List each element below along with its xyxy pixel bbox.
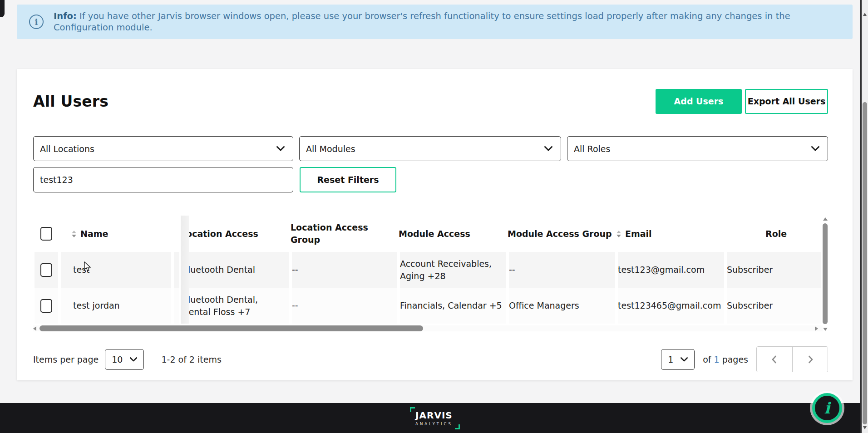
table-vertical-scrollbar[interactable] xyxy=(822,217,828,331)
role-filter-label: All Roles xyxy=(574,144,610,154)
page-card: All Users Add Users Export All Users All… xyxy=(17,69,853,380)
table-row[interactable]: test Bluetooth Dental -- Account Receiva… xyxy=(33,252,828,288)
main-scrollbar-thumb[interactable] xyxy=(863,102,867,424)
scroll-up-icon[interactable] xyxy=(863,13,867,16)
cell-email: test123465@gmail.com xyxy=(616,288,725,324)
chevron-down-icon xyxy=(681,357,688,362)
cell-name: test jordan xyxy=(59,288,173,324)
search-input[interactable] xyxy=(33,167,293,192)
chevron-down-icon xyxy=(811,146,819,151)
module-filter-select[interactable]: All Modules xyxy=(299,136,561,161)
banner-label: Info: xyxy=(54,11,77,21)
cell-location-access-group: -- xyxy=(291,252,399,288)
column-header-location-access-group: Location Access Group xyxy=(291,216,399,252)
users-table: Name Location Access Location Access Gro… xyxy=(33,216,828,331)
cell-location-access: Bluetooth Dental, Dental Floss +7 xyxy=(181,288,291,324)
pagination-bar: Items per page 10 1-2 of 2 items 1 of1pa… xyxy=(33,346,828,372)
page-title: All Users xyxy=(33,93,108,110)
chevron-right-icon xyxy=(805,354,816,365)
info-fab-button[interactable]: i xyxy=(812,393,842,423)
chevron-down-icon xyxy=(130,357,137,362)
scroll-down-icon[interactable] xyxy=(823,328,828,331)
scroll-right-icon[interactable] xyxy=(815,326,818,331)
select-all-checkbox[interactable] xyxy=(40,227,52,241)
banner-text: Info: If you have other Jarvis browser w… xyxy=(54,10,790,33)
row-checkbox[interactable] xyxy=(40,263,52,277)
pagination-range: 1-2 of 2 items xyxy=(161,354,221,364)
logo-bracket-icon xyxy=(455,424,460,429)
footer: JARVIS ANALYTICS xyxy=(0,403,868,433)
horizontal-scrollbar-thumb[interactable] xyxy=(39,325,423,331)
chevron-down-icon xyxy=(276,146,285,151)
column-header-name[interactable]: Name xyxy=(59,216,173,252)
chevron-down-icon xyxy=(544,146,552,151)
scroll-down-icon[interactable] xyxy=(863,426,867,429)
next-page-button[interactable] xyxy=(792,347,828,372)
top-left-notch xyxy=(0,0,5,17)
export-all-users-button[interactable]: Export All Users xyxy=(745,89,828,114)
cell-role: Subscriber xyxy=(725,288,823,324)
row-checkbox[interactable] xyxy=(40,299,52,313)
cell-module-access-group: -- xyxy=(508,252,616,288)
cell-location-access-group: -- xyxy=(291,288,399,324)
main-scrollbar[interactable] xyxy=(860,0,868,433)
info-banner: i Info: If you have other Jarvis browser… xyxy=(17,5,853,39)
horizontal-scrollbar[interactable] xyxy=(33,325,823,331)
items-per-page-select[interactable]: 10 xyxy=(105,349,144,370)
cell-email: test123@gmail.com xyxy=(616,252,725,288)
vertical-scrollbar-thumb[interactable] xyxy=(823,223,828,324)
cell-module-access: Account Receivables, Aging +28 xyxy=(399,252,508,288)
column-header-module-access: Module Access xyxy=(399,216,508,252)
column-header-module-access-group: Module Access Group xyxy=(508,216,616,252)
info-icon: i xyxy=(824,399,830,417)
sort-icon[interactable] xyxy=(616,231,621,237)
cell-module-access: Financials, Calendar +5 xyxy=(399,288,508,324)
module-filter-label: All Modules xyxy=(306,144,355,154)
cell-location-access: Bluetooth Dental xyxy=(181,252,291,288)
cell-module-access-group: Office Managers xyxy=(508,288,616,324)
role-filter-select[interactable]: All Roles xyxy=(567,136,828,161)
page-select[interactable]: 1 xyxy=(661,349,695,370)
chevron-left-icon xyxy=(769,354,780,365)
logo-bracket-icon xyxy=(410,407,415,412)
cell-role: Subscriber xyxy=(725,252,823,288)
info-icon: i xyxy=(29,15,44,29)
location-filter-select[interactable]: All Locations xyxy=(33,136,293,161)
cell-name: test xyxy=(59,252,173,288)
scroll-left-icon[interactable] xyxy=(33,326,36,331)
column-header-email[interactable]: Email xyxy=(616,216,725,252)
sort-icon[interactable] xyxy=(72,231,76,237)
pages-label: of1pages xyxy=(703,354,748,364)
reset-filters-button[interactable]: Reset Filters xyxy=(300,167,396,192)
scroll-up-icon[interactable] xyxy=(823,217,828,221)
column-header-role: Role xyxy=(725,216,823,252)
add-users-button[interactable]: Add Users xyxy=(656,89,742,114)
table-row[interactable]: test jordan Bluetooth Dental, Dental Flo… xyxy=(33,288,828,324)
location-filter-label: All Locations xyxy=(40,144,94,154)
jarvis-logo: JARVIS ANALYTICS xyxy=(411,408,457,428)
prev-page-button[interactable] xyxy=(757,347,792,372)
items-per-page-label: Items per page xyxy=(33,354,99,364)
column-header-location-access: Location Access xyxy=(181,216,291,252)
